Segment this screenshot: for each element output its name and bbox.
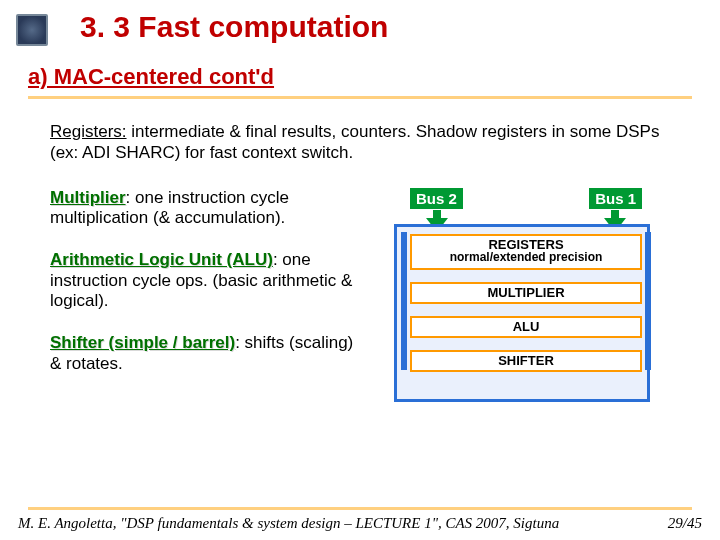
alu-key: Arithmetic Logic Unit (ALU) bbox=[50, 250, 273, 269]
bus1-label: Bus 1 bbox=[589, 188, 642, 209]
item-alu: Arithmetic Logic Unit (ALU): one instruc… bbox=[50, 250, 360, 311]
slide-subtitle: a) MAC-centered cont'd bbox=[28, 64, 274, 92]
block-diagram: Bus 2 Bus 1 REGISTERS normal/extended pr… bbox=[386, 188, 666, 408]
registers-key: Registers: bbox=[50, 122, 127, 141]
registers-text: intermediate & final results, counters. … bbox=[50, 122, 659, 162]
bus-vertical-left bbox=[401, 232, 407, 370]
item-shifter: Shifter (simple / barrel): shifts (scali… bbox=[50, 333, 360, 374]
registers-paragraph: Registers: intermediate & final results,… bbox=[50, 121, 692, 164]
org-logo bbox=[16, 14, 48, 46]
slide-footer: M. E. Angoletta, "DSP fundamentals & sys… bbox=[18, 515, 702, 532]
block-alu: ALU bbox=[410, 316, 642, 338]
footer-page-number: 29/45 bbox=[668, 515, 702, 532]
block-registers-line1: REGISTERS bbox=[412, 238, 640, 252]
block-registers-line2: normal/extended precision bbox=[412, 251, 640, 264]
footer-rule bbox=[28, 507, 692, 510]
slide-title: 3. 3 Fast computation bbox=[80, 10, 692, 44]
bus2-label: Bus 2 bbox=[410, 188, 463, 209]
subtitle-wrap: a) MAC-centered cont'd bbox=[28, 58, 692, 99]
multiplier-key: Multiplier bbox=[50, 188, 126, 207]
definitions-column: Multiplier: one instruction cycle multip… bbox=[50, 188, 360, 397]
block-registers: REGISTERS normal/extended precision bbox=[410, 234, 642, 270]
item-multiplier: Multiplier: one instruction cycle multip… bbox=[50, 188, 360, 229]
bus-vertical-right bbox=[645, 232, 651, 370]
block-multiplier: MULTIPLIER bbox=[410, 282, 642, 304]
block-shifter: SHIFTER bbox=[410, 350, 642, 372]
shifter-key: Shifter (simple / barrel) bbox=[50, 333, 235, 352]
footer-citation: M. E. Angoletta, "DSP fundamentals & sys… bbox=[18, 515, 559, 532]
